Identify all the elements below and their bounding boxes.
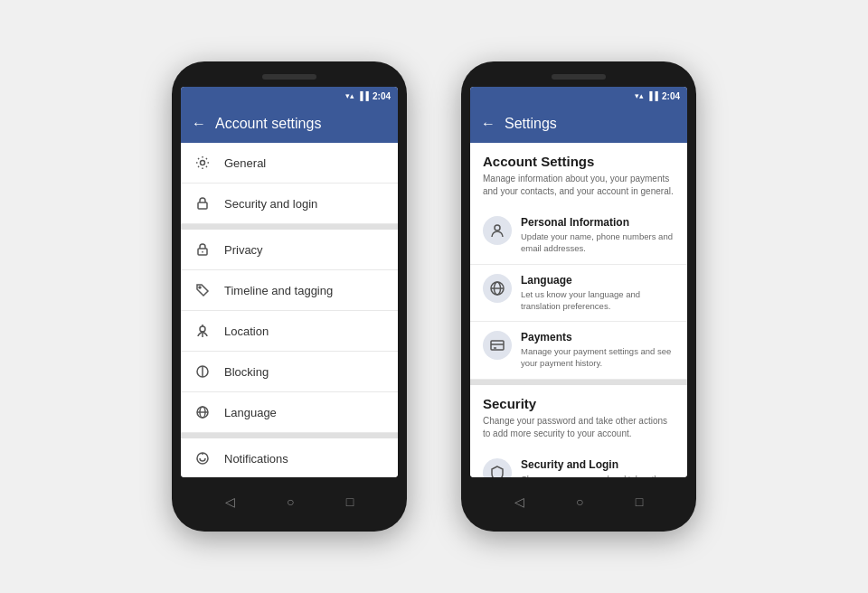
status-icons-left: ▾▴ ▐▐ — [345, 91, 369, 100]
phone-left-screen: ▾▴ ▐▐ 2:04 ← Account settings — [181, 87, 398, 477]
notifications-icon — [193, 449, 212, 467]
svg-rect-19 — [491, 341, 504, 350]
status-icons-right: ▾▴ ▐▐ — [635, 91, 658, 100]
menu-label-location: Location — [224, 325, 269, 338]
settings-item-payments[interactable]: Payments Manage your payment settings an… — [470, 322, 687, 380]
lock-icon — [193, 194, 212, 212]
settings-item-personal-info[interactable]: Personal Information Update your name, p… — [470, 207, 687, 265]
menu-label-language: Language — [224, 406, 277, 419]
menu-label-blocking: Blocking — [224, 365, 269, 379]
menu-item-general[interactable]: General — [181, 143, 398, 184]
personal-info-text: Personal Information Update your name, p… — [521, 216, 675, 255]
menu-label-security: Security and login — [224, 197, 317, 211]
card-icon — [483, 331, 512, 360]
status-bar-left: ▾▴ ▐▐ 2:04 — [181, 87, 398, 105]
nav-recent-right[interactable]: □ — [636, 494, 643, 509]
svg-point-5 — [200, 326, 205, 332]
back-button-right[interactable]: ← — [481, 116, 495, 132]
menu-item-language[interactable]: Language — [181, 392, 398, 433]
menu-label-general: General — [224, 156, 266, 170]
security-login-desc: Change your password and take other acti… — [521, 473, 675, 477]
svg-point-0 — [201, 161, 205, 165]
payments-desc: Manage your payment settings and see you… — [521, 345, 675, 370]
language-title: Language — [521, 274, 675, 287]
language-text: Language Let us know your language and t… — [521, 274, 675, 313]
nav-back-right[interactable]: ◁ — [514, 494, 524, 509]
shield-icon — [483, 458, 512, 477]
security-section-subtitle: Change your password and take other acti… — [470, 415, 687, 449]
signal-icon: ▐▐ — [357, 91, 369, 100]
menu-item-timeline[interactable]: Timeline and tagging — [181, 270, 398, 311]
globe-icon-right — [483, 274, 512, 303]
menu-item-location[interactable]: Location — [181, 311, 398, 352]
security-section-title: Security — [470, 385, 687, 415]
status-time-left: 2:04 — [373, 91, 391, 101]
wifi-icon: ▾▴ — [345, 91, 354, 100]
nav-recent-left[interactable]: □ — [346, 494, 354, 509]
menu-label-notifications: Notifications — [224, 452, 288, 466]
phone-right-screen: ▾▴ ▐▐ 2:04 ← Settings Account Settings M… — [470, 87, 687, 477]
svg-point-4 — [199, 287, 201, 288]
account-settings-subtitle: Manage information about you, your payme… — [470, 173, 687, 207]
svg-rect-1 — [198, 202, 207, 209]
status-time-right: 2:04 — [662, 91, 680, 101]
block-icon — [193, 362, 212, 381]
top-bar-right: ← Settings — [470, 105, 687, 143]
location-icon — [193, 322, 212, 340]
tag-icon — [193, 281, 212, 299]
settings-item-language[interactable]: Language Let us know your language and t… — [470, 265, 687, 323]
nav-home-left[interactable]: ○ — [287, 494, 294, 509]
security-login-text: Security and Login Change your password … — [521, 458, 675, 477]
menu-label-timeline: Timeline and tagging — [224, 284, 333, 297]
language-desc: Let us know your language and translatio… — [521, 288, 675, 313]
security-login-title: Security and Login — [521, 458, 675, 471]
phone-left: ▾▴ ▐▐ 2:04 ← Account settings — [172, 61, 407, 532]
account-settings-title: Account Settings — [470, 143, 687, 173]
menu-item-blocking[interactable]: Blocking — [181, 352, 398, 392]
scene: ▾▴ ▐▐ 2:04 ← Account settings — [0, 0, 868, 593]
screen-title-left: Account settings — [215, 116, 321, 132]
svg-point-15 — [495, 225, 500, 231]
status-bar-right: ▾▴ ▐▐ 2:04 — [470, 87, 687, 105]
payments-title: Payments — [521, 331, 675, 344]
payments-text: Payments Manage your payment settings an… — [521, 331, 675, 370]
settings-content: Account Settings Manage information abou… — [470, 143, 687, 477]
settings-item-security-login[interactable]: Security and Login Change your password … — [470, 449, 687, 477]
back-button-left[interactable]: ← — [192, 116, 206, 132]
privacy-icon — [193, 240, 212, 259]
person-icon — [483, 216, 512, 245]
menu-item-security[interactable]: Security and login — [181, 184, 398, 224]
menu-item-notifications[interactable]: Notifications — [181, 438, 398, 477]
nav-home-right[interactable]: ○ — [576, 494, 583, 509]
nav-bar-right: ◁ ○ □ — [470, 485, 687, 519]
signal-icon-right: ▐▐ — [646, 91, 658, 100]
menu-list-left: General Security and login — [181, 143, 398, 477]
globe-icon — [193, 403, 212, 421]
gear-icon — [193, 154, 212, 172]
wifi-icon-right: ▾▴ — [635, 91, 644, 100]
personal-info-title: Personal Information — [521, 216, 675, 229]
menu-label-privacy: Privacy — [224, 243, 263, 257]
menu-item-privacy[interactable]: Privacy — [181, 230, 398, 270]
nav-back-left[interactable]: ◁ — [225, 494, 235, 509]
personal-info-desc: Update your name, phone numbers and emai… — [521, 231, 675, 255]
top-bar-left: ← Account settings — [181, 105, 398, 143]
nav-bar-left: ◁ ○ □ — [181, 485, 398, 519]
phone-right: ▾▴ ▐▐ 2:04 ← Settings Account Settings M… — [461, 61, 696, 532]
screen-title-right: Settings — [505, 116, 557, 132]
